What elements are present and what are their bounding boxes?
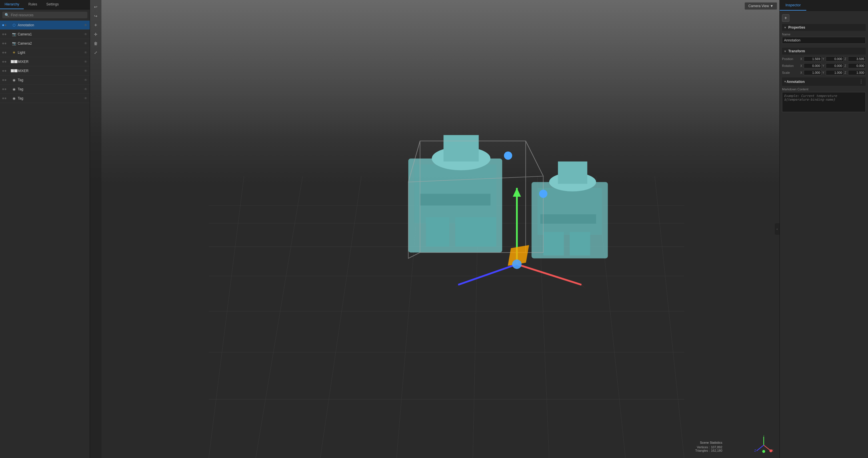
properties-section-label: Properties — [788, 25, 864, 29]
svg-line-14 — [655, 176, 684, 458]
tab-settings[interactable]: Settings — [42, 0, 63, 9]
svg-text:Y: Y — [763, 435, 765, 436]
item-indicators-tag1 — [2, 79, 10, 81]
svg-line-47 — [756, 445, 764, 451]
camera-view-button[interactable]: Camera View ▼ — [745, 2, 777, 10]
annotation-more-button[interactable]: ⋮ — [858, 79, 864, 84]
markdown-content-textarea[interactable] — [782, 92, 866, 112]
svg-rect-20 — [426, 217, 450, 247]
redo-button[interactable]: ↪ — [92, 12, 100, 20]
scale-y-label: Y — [822, 71, 825, 74]
svg-rect-21 — [455, 217, 478, 247]
scale-z-label: Z — [844, 71, 847, 74]
transform-section-header[interactable]: ▼ Transform — [782, 48, 866, 55]
scene-canvas[interactable]: Scene Statistics Vertices : 107,892 Tria… — [90, 0, 779, 458]
camera-icon-2: 📷 — [11, 41, 17, 46]
transform-button[interactable]: ✛ — [92, 30, 100, 38]
annotation-icon: ⬡ — [11, 23, 17, 28]
item-indicators-tag3 — [2, 97, 10, 99]
collapse-panel-button[interactable]: ‹ — [775, 223, 779, 235]
name-field-label: Name — [782, 33, 866, 36]
chevron-down-icon: ▼ — [770, 4, 773, 8]
eye-icon-light[interactable]: 👁 — [84, 51, 87, 55]
circle-dot — [5, 42, 6, 44]
eye-icon-annotation[interactable]: 👁 — [84, 23, 87, 27]
transform-chevron: ▼ — [784, 50, 786, 53]
hierarchy-item-camera1[interactable]: 📷 Camera1 👁 — [0, 30, 90, 39]
rotation-y-input[interactable] — [826, 63, 843, 68]
handle-top — [504, 151, 512, 160]
add-button[interactable]: + — [92, 21, 100, 29]
properties-section-header[interactable]: ▼ Properties — [782, 24, 866, 31]
left-panel: Hierarchy Rules Settings 🔍 ⬡ Annotation … — [0, 0, 90, 458]
undo-button[interactable]: ↩ — [92, 3, 100, 11]
circle-dot — [5, 52, 6, 54]
rotation-z-input[interactable] — [848, 63, 866, 68]
item-label-mixer1: MIXER — [18, 60, 83, 64]
rotation-x-input[interactable] — [804, 63, 822, 68]
position-label: Position — [782, 57, 799, 61]
search-bar: 🔍 — [0, 9, 90, 21]
move-button[interactable]: ⤢ — [92, 49, 100, 57]
name-input[interactable] — [782, 37, 866, 44]
scale-x-input[interactable] — [804, 70, 822, 75]
orientation-gizmo: Y X Z — [754, 435, 774, 455]
annotation-section-body: Markdown Content — [782, 87, 866, 113]
delete-button[interactable]: 🗑 — [92, 39, 100, 48]
circle-dot — [5, 61, 6, 63]
hierarchy-item-tag3[interactable]: ◉ Tag 👁 — [0, 94, 90, 103]
search-input[interactable] — [11, 13, 85, 17]
mixer-icon-1: ⬜⬜ — [11, 59, 17, 64]
scale-y-input[interactable] — [826, 70, 843, 75]
tab-rules[interactable]: Rules — [24, 0, 42, 9]
position-row: Position X Y Z — [782, 56, 866, 61]
scale-z-input[interactable] — [848, 70, 866, 75]
eye-icon-mixer2[interactable]: 👁 — [84, 69, 87, 73]
svg-line-39 — [458, 264, 517, 285]
eye-icon-tag2[interactable]: 👁 — [84, 87, 87, 91]
inspector-panel: Inspector + ▼ Properties Name ▼ Transfor… — [779, 0, 868, 458]
scale-row: Scale X Y Z — [782, 70, 866, 75]
item-label-mixer2: MIXER — [18, 69, 83, 73]
hierarchy-item-camera2[interactable]: 📷 Camera2 👁 — [0, 39, 90, 48]
eye-icon-tag3[interactable]: 👁 — [84, 96, 87, 101]
tag-icon-1: ◉ — [11, 78, 17, 83]
item-indicators-camera2 — [2, 42, 10, 44]
add-component-button[interactable]: + — [782, 14, 789, 22]
transform-section-body: Position X Y Z — [782, 56, 866, 75]
svg-marker-38 — [513, 188, 521, 197]
hierarchy-item-annotation[interactable]: ⬡ Annotation 👁 — [0, 21, 90, 30]
scale-label: Scale — [782, 71, 799, 74]
position-z-field: Z — [844, 56, 866, 61]
svg-line-8 — [256, 176, 303, 458]
position-x-input[interactable] — [804, 56, 822, 61]
position-axis-group: X Y Z — [800, 56, 866, 61]
scene-svg — [90, 0, 779, 458]
hierarchy-item-mixer1[interactable]: ⬜⬜ MIXER 👁 — [0, 57, 90, 66]
rotation-x-label: X — [800, 64, 803, 67]
hierarchy-item-tag2[interactable]: ◉ Tag 👁 — [0, 85, 90, 94]
tag-icon-3: ◉ — [11, 96, 17, 101]
eye-icon-camera1[interactable]: 👁 — [84, 32, 87, 36]
viewport-toolbar: ↩ ↪ + ✛ 🗑 ⤢ — [90, 0, 101, 458]
hierarchy-item-light[interactable]: ✳ Light 👁 — [0, 48, 90, 57]
tab-hierarchy[interactable]: Hierarchy — [0, 0, 24, 9]
svg-line-7 — [209, 176, 244, 458]
svg-line-9 — [320, 176, 362, 458]
eye-icon-camera2[interactable]: 👁 — [84, 41, 87, 46]
item-label-annotation: Annotation — [18, 23, 83, 27]
position-y-input[interactable] — [826, 56, 843, 61]
position-z-input[interactable] — [848, 56, 866, 61]
item-label-camera1: Camera1 — [18, 32, 83, 36]
eye-icon-tag1[interactable]: 👁 — [84, 78, 87, 82]
visibility-dot — [2, 52, 4, 54]
mixer-object-1 — [408, 135, 502, 253]
hierarchy-item-tag1[interactable]: ◉ Tag 👁 — [0, 76, 90, 85]
position-x-label: X — [800, 57, 803, 61]
circle-dot — [5, 24, 6, 26]
eye-icon-mixer1[interactable]: 👁 — [84, 60, 87, 64]
hierarchy-item-mixer2[interactable]: ⬜⬜ MIXER 👁 — [0, 66, 90, 76]
visibility-dot — [2, 61, 4, 63]
tab-inspector[interactable]: Inspector — [780, 0, 806, 10]
circle-dot — [5, 79, 6, 81]
